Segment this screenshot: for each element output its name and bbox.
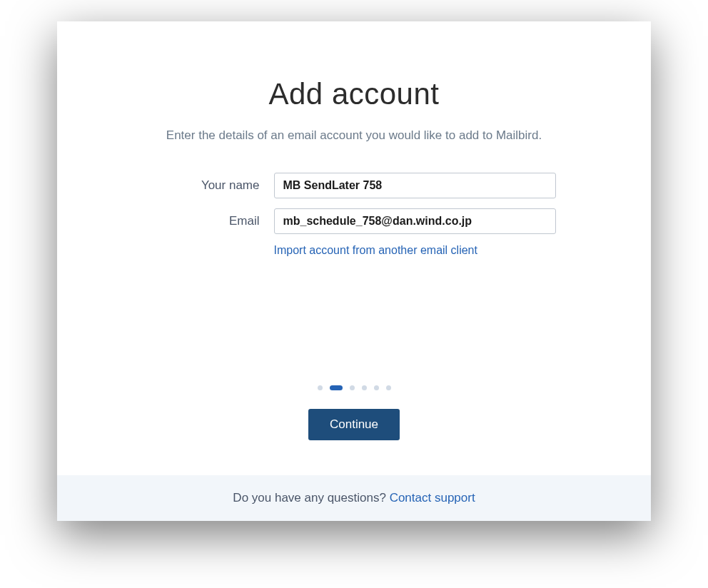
continue-button[interactable]: Continue: [308, 409, 400, 440]
email-label: Email: [153, 214, 260, 228]
contact-support-link[interactable]: Contact support: [390, 491, 475, 505]
pagination-dot[interactable]: [318, 385, 323, 390]
name-row: Your name: [57, 173, 651, 198]
pagination-dot[interactable]: [362, 385, 367, 390]
pagination-dot[interactable]: [374, 385, 379, 390]
footer: Do you have any questions? Contact suppo…: [57, 475, 651, 521]
name-label: Your name: [153, 178, 260, 193]
email-row: Email: [57, 208, 651, 234]
pagination-dot[interactable]: [386, 385, 391, 390]
import-row: Import account from another email client: [57, 244, 651, 257]
name-input[interactable]: [274, 173, 556, 198]
email-input[interactable]: [274, 208, 556, 234]
add-account-dialog: Add account Enter the details of an emai…: [57, 21, 651, 521]
pagination-dots: [318, 385, 391, 390]
footer-question: Do you have any questions?: [233, 491, 389, 505]
dialog-content: Add account Enter the details of an emai…: [57, 21, 651, 475]
pagination-dot[interactable]: [350, 385, 355, 390]
pagination-dot-active[interactable]: [330, 385, 343, 390]
dialog-title: Add account: [268, 77, 439, 111]
import-link[interactable]: Import account from another email client: [274, 244, 556, 257]
dialog-subtitle: Enter the details of an email account yo…: [166, 128, 542, 143]
